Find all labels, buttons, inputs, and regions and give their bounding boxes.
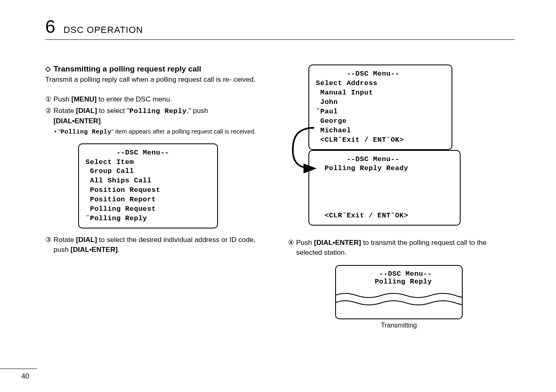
chapter-header: 6 DSC OPERATION: [45, 16, 515, 40]
lcd-screen-select-address: --DSC Menu-- Select Address Manual Input…: [308, 65, 452, 150]
step-2-note: • "Polling Reply" item appears after a p…: [54, 127, 267, 136]
step-3: ③ Rotate [DIAL] to select the desired in…: [45, 235, 267, 255]
step-text: Push: [296, 239, 314, 247]
step-key: [DIAL•ENTER]: [314, 239, 361, 247]
step-2: ② Rotate [DIAL] to select "Polling Reply…: [45, 106, 267, 126]
step-text: .: [101, 117, 103, 125]
lcd-screen-select-item: --DSC Menu-- Select Item Group Call All …: [78, 143, 218, 229]
step-body: Push [DIAL•ENTER] to transmit the pollin…: [296, 238, 510, 258]
step-key: [DIAL•ENTER]: [71, 246, 118, 254]
step-number: ④: [288, 238, 296, 258]
step-key: [MENU]: [71, 95, 96, 103]
lcd-screen-reply-ready: --DSC Menu-- Polling Reply Ready <CLR˘Ex…: [308, 150, 461, 226]
step-lcd-text: Polling Reply: [130, 107, 187, 115]
step-4: ④ Push [DIAL•ENTER] to transmit the poll…: [288, 238, 510, 258]
content-columns: ◇ Transmitting a polling request reply c…: [45, 65, 515, 329]
step-body: Push [MENU] to enter the DSC menu.: [53, 95, 267, 104]
step-body: Rotate [DIAL] to select the desired indi…: [53, 235, 267, 255]
step-1: ① Push [MENU] to enter the DSC menu.: [45, 95, 267, 104]
intro-paragraph: Transmit a polling reply call when a pol…: [45, 75, 267, 85]
lcd-transmit-text: --DSC Menu-- Polling Reply: [336, 270, 462, 286]
truncation-squiggle: [336, 292, 462, 314]
step-number: ②: [45, 106, 53, 126]
transmitting-caption: Transmitting: [288, 322, 510, 329]
page-number-rule: [0, 369, 37, 369]
step-text: ," push: [187, 107, 208, 115]
bullet-icon: •: [54, 127, 58, 136]
step-text: Rotate: [53, 236, 76, 244]
note-text: " item appears after a polling request c…: [111, 128, 256, 135]
section-title: ◇ Transmitting a polling request reply c…: [45, 65, 267, 74]
note-lcd-text: Polling Reply: [60, 129, 111, 136]
step-text: .: [118, 246, 120, 254]
step-body: Rotate [DIAL] to select "Polling Reply,"…: [53, 106, 267, 126]
step-key: [DIAL•ENTER]: [53, 117, 101, 125]
curved-arrow-icon: [289, 125, 326, 175]
step-number: ③: [45, 235, 53, 255]
step-text: to select ": [97, 107, 130, 115]
note-body: "Polling Reply" item appears after a pol…: [58, 127, 256, 136]
right-column: --DSC Menu-- Select Address Manual Input…: [288, 65, 510, 329]
step-key: [DIAL]: [76, 107, 97, 115]
step-key: [DIAL]: [76, 236, 97, 244]
squiggle-icon: [336, 292, 463, 298]
chapter-title: DSC OPERATION: [63, 25, 143, 35]
step-text: Rotate: [53, 107, 76, 115]
transmitting-group: --DSC Menu-- Polling Reply Transmitting: [288, 265, 510, 329]
step-number: ①: [45, 95, 53, 104]
page-number: 40: [21, 372, 29, 380]
left-column: ◇ Transmitting a polling request reply c…: [45, 65, 267, 329]
squiggle-icon: [336, 300, 463, 305]
step-text: Push: [53, 95, 71, 103]
section-title-text: Transmitting a polling request reply cal…: [53, 65, 201, 73]
lcd-screen-transmitting: --DSC Menu-- Polling Reply: [335, 265, 463, 319]
step-text: to enter the DSC menu.: [97, 95, 172, 103]
chapter-number: 6: [45, 16, 55, 37]
lcd-stack: --DSC Menu-- Select Address Manual Input…: [308, 65, 510, 226]
diamond-icon: ◇: [45, 65, 51, 73]
